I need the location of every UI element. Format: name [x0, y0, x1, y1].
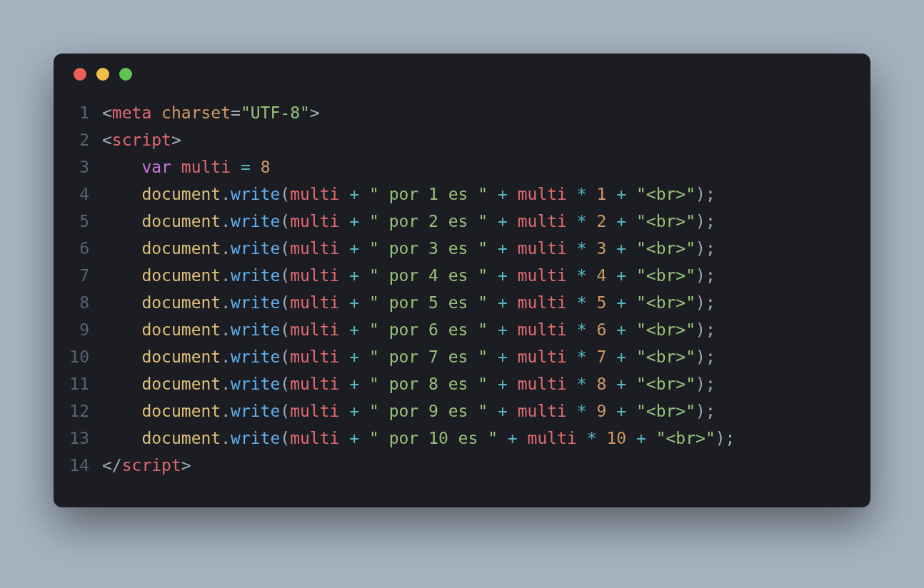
line-content[interactable]: document.write(multi + " por 6 es " + mu… [102, 316, 715, 343]
code-token [606, 185, 616, 203]
code-token: write [231, 266, 280, 285]
code-line[interactable]: 6 document.write(multi + " por 3 es " + … [54, 235, 870, 262]
code-token [488, 266, 498, 285]
code-token: + [349, 266, 359, 285]
code-token [587, 293, 597, 312]
code-token [606, 212, 616, 230]
code-line[interactable]: 10 document.write(multi + " por 7 es " +… [54, 343, 870, 370]
code-line[interactable]: 4 document.write(multi + " por 1 es " + … [54, 181, 870, 208]
code-token: . [221, 402, 231, 420]
code-line[interactable]: 14</script> [54, 452, 870, 479]
code-line[interactable]: 11 document.write(multi + " por 8 es " +… [54, 370, 870, 397]
window-maximize-icon[interactable] [119, 68, 132, 81]
code-token [587, 239, 597, 258]
code-token [508, 402, 518, 420]
code-token: . [221, 239, 231, 258]
code-token: multi [290, 239, 339, 258]
code-token [488, 185, 498, 203]
code-token [488, 375, 498, 393]
code-token: * [577, 239, 587, 258]
line-content[interactable]: document.write(multi + " por 10 es " + m… [102, 425, 735, 452]
code-token: write [231, 212, 280, 230]
line-number: 1 [54, 99, 102, 126]
code-line[interactable]: 1<meta charset="UTF-8"> [54, 99, 870, 126]
code-token: document [141, 429, 221, 447]
window-minimize-icon[interactable] [96, 68, 109, 81]
code-token: " por 1 es " [369, 185, 488, 203]
window-close-icon[interactable] [74, 68, 86, 81]
code-token [231, 158, 241, 176]
code-token [102, 429, 141, 447]
code-token: + [349, 429, 359, 447]
code-line[interactable]: 5 document.write(multi + " por 2 es " + … [54, 208, 870, 235]
code-token: . [221, 320, 231, 339]
code-token [606, 266, 616, 285]
code-token [339, 348, 349, 366]
code-token: multi [290, 185, 339, 203]
code-token: script [122, 456, 181, 475]
code-area[interactable]: 1<meta charset="UTF-8">2<script>3 var mu… [54, 95, 870, 479]
code-token [102, 375, 141, 393]
code-token [518, 429, 528, 447]
code-token: ( [280, 320, 290, 339]
code-token: ); [695, 402, 715, 420]
code-token [339, 375, 349, 393]
line-content[interactable]: document.write(multi + " por 3 es " + mu… [102, 235, 715, 262]
code-token [359, 429, 369, 447]
code-token [102, 158, 141, 176]
code-line[interactable]: 13 document.write(multi + " por 10 es " … [54, 425, 870, 452]
code-token [567, 266, 577, 285]
code-token: + [498, 375, 508, 393]
line-number: 5 [54, 208, 102, 235]
code-token [508, 185, 518, 203]
code-token: document [141, 293, 221, 312]
code-token: "<br>" [636, 320, 695, 339]
code-token: * [577, 212, 587, 230]
code-token: + [349, 212, 359, 230]
code-token: 6 [597, 320, 607, 339]
line-content[interactable]: document.write(multi + " por 9 es " + mu… [102, 397, 715, 425]
code-token: multi [290, 293, 339, 312]
code-line[interactable]: 3 var multi = 8 [54, 153, 870, 181]
code-token [339, 266, 349, 285]
code-token: + [616, 348, 626, 366]
line-content[interactable]: <meta charset="UTF-8"> [102, 99, 320, 126]
code-token: ); [695, 293, 715, 312]
code-token: 4 [597, 266, 607, 285]
line-content[interactable]: <script> [102, 126, 181, 153]
code-token: + [616, 185, 626, 203]
line-content[interactable]: document.write(multi + " por 7 es " + mu… [102, 343, 715, 370]
code-line[interactable]: 2<script> [54, 126, 870, 153]
code-token [606, 348, 616, 366]
line-content[interactable]: </script> [102, 452, 191, 479]
code-line[interactable]: 9 document.write(multi + " por 6 es " + … [54, 316, 870, 343]
code-token [567, 375, 577, 393]
code-line[interactable]: 7 document.write(multi + " por 4 es " + … [54, 262, 870, 289]
code-token: + [349, 402, 359, 420]
code-token: multi [290, 320, 339, 339]
code-token: multi [518, 266, 567, 285]
code-token: < [102, 103, 112, 122]
code-token [339, 239, 349, 258]
line-content[interactable]: document.write(multi + " por 5 es " + mu… [102, 289, 715, 316]
code-token [251, 158, 261, 176]
line-content[interactable]: var multi = 8 [102, 153, 270, 181]
code-token [626, 239, 636, 258]
code-token [488, 293, 498, 312]
code-token [488, 320, 498, 339]
line-content[interactable]: document.write(multi + " por 4 es " + mu… [102, 262, 715, 289]
code-token: + [498, 320, 508, 339]
line-content[interactable]: document.write(multi + " por 2 es " + mu… [102, 208, 715, 235]
code-token: ( [280, 375, 290, 393]
line-content[interactable]: document.write(multi + " por 1 es " + mu… [102, 181, 715, 208]
code-line[interactable]: 12 document.write(multi + " por 9 es " +… [54, 397, 870, 425]
code-token: + [349, 293, 359, 312]
code-token: 8 [261, 158, 271, 176]
code-token [626, 429, 636, 447]
code-token: multi [518, 239, 567, 258]
code-token: + [349, 239, 359, 258]
line-content[interactable]: document.write(multi + " por 8 es " + mu… [102, 370, 715, 397]
code-token [359, 266, 369, 285]
code-line[interactable]: 8 document.write(multi + " por 5 es " + … [54, 289, 870, 316]
code-token [359, 375, 369, 393]
